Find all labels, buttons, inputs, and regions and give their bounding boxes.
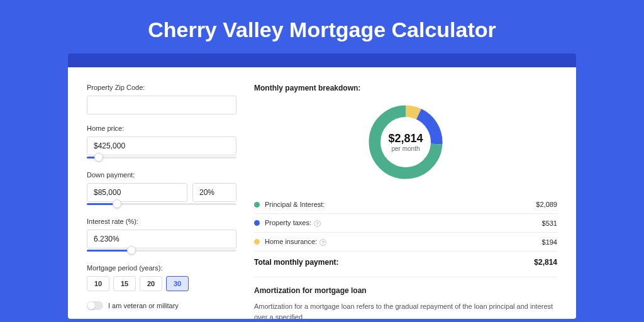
interest-rate-slider[interactable] [87,248,236,254]
home-price-label: Home price: [87,125,236,132]
home-price-slider[interactable] [87,155,236,161]
slider-thumb[interactable] [127,246,136,255]
period-btn-20[interactable]: 20 [140,276,162,291]
legend-row: Home insurance:?$194 [254,233,557,252]
legend-row: Property taxes:?$531 [254,214,557,233]
legend-value: $531 [542,219,557,227]
header-accent [68,53,576,67]
mortgage-period-field: Mortgage period (years): 10152030 [87,264,236,291]
legend-value: $194 [542,238,557,246]
period-btn-10[interactable]: 10 [87,276,109,291]
page-title: Cherry Valley Mortgage Calculator [0,0,644,53]
form-panel: Property Zip Code: Home price: Down paym… [87,84,236,319]
mortgage-period-label: Mortgage period (years): [87,264,236,272]
down-payment-field: Down payment: [87,171,236,208]
home-price-input[interactable] [87,136,236,155]
interest-rate-label: Interest rate (%): [87,218,236,225]
zip-field: Property Zip Code: [87,84,236,114]
veteran-toggle[interactable] [87,301,103,310]
amortization-title: Amortization for mortgage loan [254,277,557,295]
donut-chart: $2,814 per month [365,101,447,183]
legend-dot [254,202,260,208]
slider-thumb[interactable] [113,199,121,208]
legend-dot [254,239,260,245]
period-btn-15[interactable]: 15 [113,276,136,291]
total-value: $2,814 [534,258,557,267]
legend-label: Home insurance:? [265,238,542,246]
zip-input[interactable] [87,96,236,114]
legend-value: $2,089 [536,201,557,208]
legend-list: Principal & Interest:$2,089Property taxe… [254,196,557,252]
period-button-group: 10152030 [87,276,236,291]
info-icon[interactable]: ? [319,239,326,246]
breakdown-panel: Monthly payment breakdown: $2,814 per mo… [254,84,557,319]
interest-rate-field: Interest rate (%): [87,218,236,254]
donut-chart-wrap: $2,814 per month [254,101,557,183]
legend-label: Property taxes:? [265,219,542,227]
breakdown-heading: Monthly payment breakdown: [254,84,557,92]
amortization-text: Amortization for a mortgage loan refers … [254,301,557,319]
total-row: Total monthly payment: $2,814 [254,252,557,277]
info-icon[interactable]: ? [314,220,321,227]
veteran-row: I am veteran or military [87,301,236,310]
calculator-card: Property Zip Code: Home price: Down paym… [68,67,576,319]
legend-row: Principal & Interest:$2,089 [254,196,557,214]
down-payment-slider[interactable] [87,201,236,208]
down-payment-pct-input[interactable] [192,183,236,202]
down-payment-input[interactable] [87,183,187,202]
home-price-field: Home price: [87,125,236,161]
veteran-label: I am veteran or military [108,302,179,309]
period-btn-30[interactable]: 30 [166,276,189,291]
total-label: Total monthly payment: [254,258,534,267]
zip-label: Property Zip Code: [87,84,236,91]
slider-thumb[interactable] [94,153,103,162]
donut-amount: $2,814 [388,132,423,145]
down-payment-label: Down payment: [87,171,236,179]
donut-sub: per month [391,145,419,152]
legend-dot [254,220,260,226]
legend-label: Principal & Interest: [265,201,536,208]
interest-rate-input[interactable] [87,230,236,248]
